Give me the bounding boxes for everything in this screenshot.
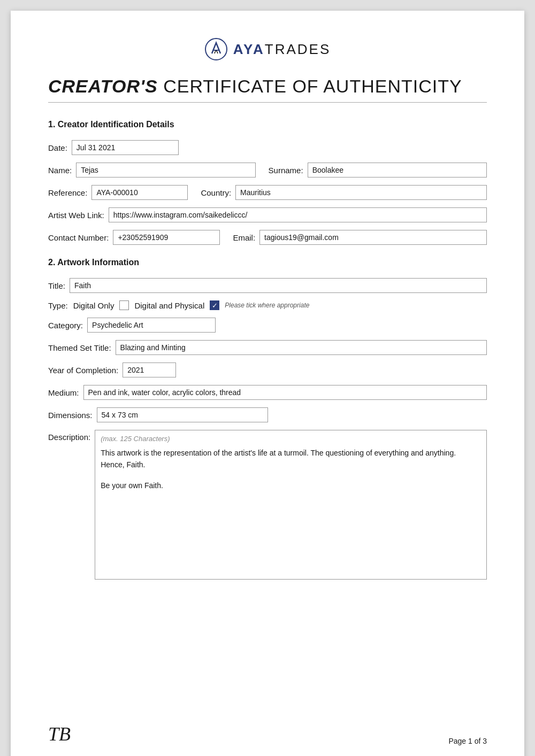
dimensions-field[interactable]: 54 x 73 cm (97, 407, 268, 422)
section1-heading: 1. Creator Identification Details (48, 120, 487, 129)
year-field[interactable]: 2021 (123, 362, 176, 377)
type-hint: Please tick where appropriate (225, 302, 309, 309)
contact-field[interactable]: +23052591909 (113, 230, 220, 245)
artwork-title-field[interactable]: Faith (70, 278, 487, 293)
signature: TB (48, 723, 71, 745)
certificate-title: CREATOR'S CERTIFICATE OF AUTHENTICITY (48, 76, 487, 97)
type-digital-physical-checkbox[interactable]: ✓ (210, 300, 219, 310)
weblink-field[interactable]: https://www.instagram.com/saikedeliccc/ (109, 207, 487, 222)
description-label: Description: (48, 430, 90, 442)
year-row: Year of Completion: 2021 (48, 362, 487, 377)
date-label: Date: (48, 143, 67, 152)
name-label: Name: (48, 166, 72, 175)
artwork-title-label: Title: (48, 281, 65, 290)
surname-field[interactable]: Boolakee (308, 163, 487, 178)
category-row: Category: Psychedelic Art (48, 318, 487, 333)
type-digital-checkbox[interactable] (119, 300, 129, 310)
dimensions-label: Dimensions: (48, 411, 93, 420)
contact-label: Contact Number: (48, 233, 109, 242)
weblink-row: Artist Web Link: https://www.instagram.c… (48, 207, 487, 222)
type-digital-physical-label: Digital and Physical (134, 301, 204, 310)
name-field[interactable]: Tejas (76, 163, 255, 178)
logo-area: AYATRADES (48, 37, 487, 61)
email-field[interactable]: tagious19@gmail.com (259, 230, 487, 245)
date-row: Date: Jul 31 2021 (48, 140, 487, 155)
footer: TB Page 1 of 3 (48, 723, 487, 745)
page-info: Page 1 of 3 (448, 737, 487, 745)
reference-field[interactable]: AYA-000010 (91, 185, 188, 200)
description-row: Description: (max. 125 Characters) This … (48, 430, 487, 580)
country-label: Country: (201, 188, 231, 197)
dimensions-row: Dimensions: 54 x 73 cm (48, 407, 487, 422)
certificate-page: AYATRADES CREATOR'S CERTIFICATE OF AUTHE… (11, 11, 524, 756)
reference-row: Reference: AYA-000010 Country: Mauritius (48, 185, 487, 200)
surname-label: Surname: (269, 166, 303, 175)
title-divider (48, 102, 487, 103)
description-field[interactable]: (max. 125 Characters) This artwork is th… (95, 430, 487, 580)
artwork-title-row: Title: Faith (48, 278, 487, 293)
email-label: Email: (233, 233, 255, 242)
medium-field[interactable]: Pen and ink, water color, acrylic colors… (83, 385, 487, 400)
themed-row: Themed Set Title: Blazing and Minting (48, 340, 487, 355)
weblink-label: Artist Web Link: (48, 211, 104, 220)
medium-label: Medium: (48, 388, 79, 397)
type-label: Type: (48, 301, 68, 310)
category-field[interactable]: Psychedelic Art (87, 318, 216, 333)
country-field[interactable]: Mauritius (235, 185, 487, 200)
name-row: Name: Tejas Surname: Boolakee (48, 163, 487, 178)
description-text-line2: Be your own Faith. (101, 480, 481, 491)
logo-text: AYATRADES (233, 41, 331, 58)
type-digital-label: Digital Only (73, 301, 114, 310)
description-hint: (max. 125 Characters) (101, 435, 481, 443)
category-label: Category: (48, 321, 83, 330)
year-label: Year of Completion: (48, 366, 118, 375)
reference-label: Reference: (48, 188, 87, 197)
date-field[interactable]: Jul 31 2021 (72, 140, 179, 155)
description-text-line1: This artwork is the representation of th… (101, 447, 481, 471)
section2-heading: 2. Artwork Information (48, 258, 487, 267)
ayatrades-icon (204, 37, 228, 61)
medium-row: Medium: Pen and ink, water color, acryli… (48, 385, 487, 400)
contact-row: Contact Number: +23052591909 Email: tagi… (48, 230, 487, 245)
themed-field[interactable]: Blazing and Minting (116, 340, 487, 355)
type-row: Type: Digital Only Digital and Physical … (48, 300, 487, 310)
themed-label: Themed Set Title: (48, 343, 111, 352)
